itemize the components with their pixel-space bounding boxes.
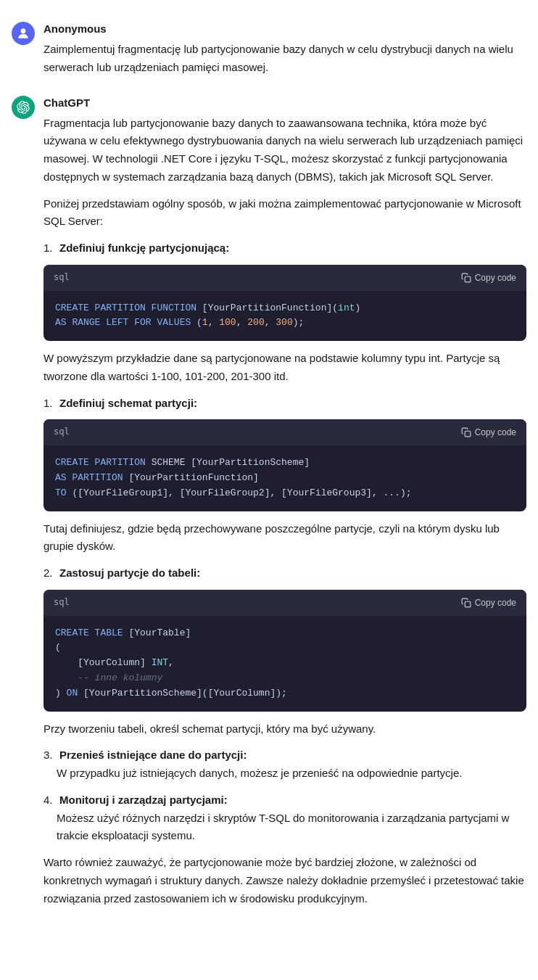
step-3-after: Przy tworzeniu tabeli, określ schemat pa… <box>44 720 526 738</box>
code-body-2: CREATE PARTITION SCHEME [YourPartitionSc… <box>44 445 526 511</box>
svg-rect-3 <box>465 601 471 607</box>
code-header-1: sql Copy code <box>44 265 526 291</box>
user-message-text: Zaimplementuj fragmentację lub partycjon… <box>44 41 526 77</box>
code-block-2: sql Copy code CREATE PARTITION SCHEME [Y… <box>44 419 526 511</box>
code-block-1: sql Copy code CREATE PARTITION FUNCTION … <box>44 265 526 341</box>
copy-button-1[interactable]: Copy code <box>461 273 516 283</box>
code-lang-3: sql <box>54 596 70 610</box>
step-1-num: 1. <box>44 239 57 258</box>
step-1-header: 1. Zdefiniuj funkcję partycjonującą: <box>44 239 526 258</box>
step-1-label: Zdefiniuj funkcję partycjonującą: <box>59 239 526 258</box>
svg-rect-1 <box>465 276 471 282</box>
svg-point-0 <box>21 28 26 33</box>
code-header-3: sql Copy code <box>44 590 526 616</box>
step-3-num: 2. <box>44 564 57 582</box>
gpt-intro2: Poniżej przedstawiam ogólny sposób, w ja… <box>44 195 526 231</box>
step-2-num: 1. <box>44 395 57 413</box>
gpt-avatar <box>12 96 35 119</box>
copy-button-3[interactable]: Copy code <box>461 598 516 608</box>
step-5-num: 4. <box>44 791 57 810</box>
step-4-label: Przenieś istniejące dane do partycji: <box>59 746 526 765</box>
code-body-1: CREATE PARTITION FUNCTION [YourPartition… <box>44 291 526 342</box>
svg-rect-2 <box>465 432 471 437</box>
gpt-message: ChatGPT Fragmentacja lub partycjonowanie… <box>0 86 538 926</box>
user-message-body: Zaimplementuj fragmentację lub partycjon… <box>44 43 513 73</box>
code-header-2: sql Copy code <box>44 419 526 445</box>
code-body-3: CREATE TABLE [YourTable] ( [YourColumn] … <box>44 616 526 712</box>
gpt-intro1: Fragmentacja lub partycjonowanie bazy da… <box>44 115 526 186</box>
gpt-message-content: ChatGPT Fragmentacja lub partycjonowanie… <box>44 94 526 917</box>
code-lang-2: sql <box>54 425 70 440</box>
step-4-header: 3. Przenieś istniejące dane do partycji: <box>44 746 526 765</box>
gpt-message-text: Fragmentacja lub partycjonowanie bazy da… <box>44 115 526 908</box>
step-5-label: Monitoruj i zarządzaj partycjami: <box>59 791 526 810</box>
step-5-header: 4. Monitoruj i zarządzaj partycjami: <box>44 791 526 810</box>
user-message: Anonymous Zaimplementuj fragmentację lub… <box>0 12 538 86</box>
gpt-closing: Warto również zauważyć, że partycjonowan… <box>44 854 526 907</box>
step-2-label: Zdefiniuj schemat partycji: <box>59 395 526 413</box>
user-sender-name: Anonymous <box>44 20 526 38</box>
step-5-after: Możesz użyć różnych narzędzi i skryptów … <box>44 810 526 846</box>
copy-button-2[interactable]: Copy code <box>461 427 516 437</box>
code-lang-1: sql <box>54 271 70 285</box>
step-2-header: 1. Zdefiniuj schemat partycji: <box>44 395 526 413</box>
step-1-after: W powyższym przykładzie dane są partycjo… <box>44 350 526 386</box>
step-4-num: 3. <box>44 746 57 765</box>
code-block-3: sql Copy code CREATE TABLE [YourTable] (… <box>44 590 526 712</box>
user-avatar <box>12 22 35 45</box>
step-3-header: 2. Zastosuj partycje do tabeli: <box>44 564 526 582</box>
step-4-after: W przypadku już istniejących danych, moż… <box>44 765 526 783</box>
step-2-after: Tutaj definiujesz, gdzie będą przechowyw… <box>44 520 526 556</box>
gpt-sender-name: ChatGPT <box>44 94 526 112</box>
user-message-content: Anonymous Zaimplementuj fragmentację lub… <box>44 20 526 77</box>
step-3-label: Zastosuj partycje do tabeli: <box>59 564 526 582</box>
